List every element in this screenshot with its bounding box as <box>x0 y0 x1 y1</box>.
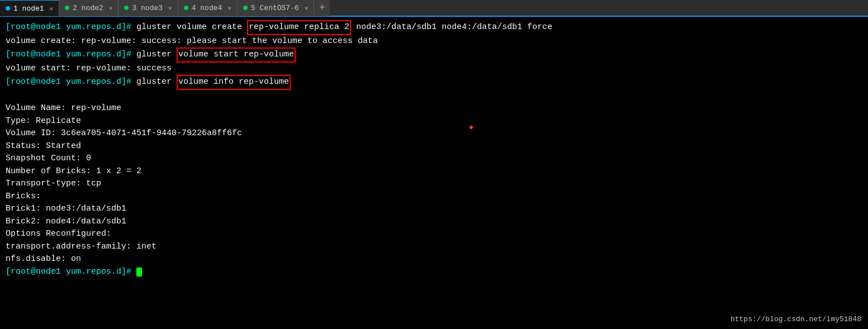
tab-dot-3 <box>124 6 129 10</box>
tab-dot-5 <box>243 6 248 10</box>
terminal-type: Type: Replicate <box>6 115 862 128</box>
terminal-transport: Transport-type: tcp <box>6 178 862 190</box>
tab-dot-4 <box>184 6 188 10</box>
terminal-transport-family: transport.address-family: inet <box>6 241 862 254</box>
tab-node1[interactable]: 1 node1 ✕ <box>0 0 59 16</box>
tab-dot-2 <box>65 6 69 10</box>
tab-label-4: 4 node4 <box>192 4 222 12</box>
tab-centos[interactable]: 5 CentOS7-6 ✕ <box>238 0 314 16</box>
tab-bar: 1 node1 ✕ 2 node2 ✕ 3 node3 ✕ 4 node4 ✕ … <box>0 0 868 17</box>
terminal-line-4: volume start: rep-volume: success <box>6 63 862 75</box>
terminal-line-5: [root@node1 yum.repos.d]# gluster volume… <box>6 75 862 90</box>
terminal-line-1: [root@node1 yum.repos.d]# gluster volume… <box>6 20 862 35</box>
terminal-line-2: volume create: rep-volume: success: plea… <box>6 35 862 48</box>
tab-add-button[interactable]: + <box>314 0 330 16</box>
tab-label-1: 1 node1 <box>13 4 44 13</box>
watermark: https://blog.csdn.net/lmy51848 <box>731 314 861 325</box>
tab-node2[interactable]: 2 node2 ✕ <box>59 0 118 16</box>
tab-dot-1 <box>6 6 10 11</box>
highlight-box-2: volume start rep-volume <box>177 47 296 63</box>
prompt-1: [root@node1 yum.repos.d]# <box>6 22 136 32</box>
terminal-vol-id: Volume ID: 3c6ea705-4071-451f-9440-79226… <box>6 127 862 140</box>
terminal-options: Options Reconfigured: <box>6 228 862 241</box>
terminal-status: Status: Started <box>6 140 862 153</box>
terminal-final-prompt: [root@node1 yum.repos.d]# <box>6 266 862 279</box>
red-dot <box>469 126 473 129</box>
terminal-cursor <box>136 268 142 276</box>
tab-close-3[interactable]: ✕ <box>168 4 172 12</box>
tab-close-5[interactable]: ✕ <box>305 4 309 12</box>
tab-node3[interactable]: 3 node3 ✕ <box>118 0 178 16</box>
terminal-snapshot: Snapshot Count: 0 <box>6 152 862 165</box>
tab-node4[interactable]: 4 node4 ✕ <box>178 0 238 16</box>
terminal-vol-name: Volume Name: rep-volume <box>6 102 862 115</box>
highlight-box-3: volume info rep-volume <box>177 75 291 90</box>
terminal-brick2: Brick2: node4:/data/sdb1 <box>6 216 862 228</box>
prompt-final: [root@node1 yum.repos.d]# <box>6 267 136 276</box>
terminal-bricks-label: Bricks: <box>6 190 862 203</box>
terminal-brick1: Brick1: node3:/data/sdb1 <box>6 203 862 216</box>
terminal: [root@node1 yum.repos.d]# gluster volume… <box>0 17 868 329</box>
tab-label-2: 2 node2 <box>73 4 103 12</box>
terminal-bricks-num: Number of Bricks: 1 x 2 = 2 <box>6 165 862 178</box>
tab-label-5: 5 CentOS7-6 <box>251 4 299 12</box>
tab-close-2[interactable]: ✕ <box>109 4 113 12</box>
tab-label-3: 3 node3 <box>132 4 163 12</box>
tab-close-4[interactable]: ✕ <box>227 4 231 12</box>
prompt-5: [root@node1 yum.repos.d]# <box>6 77 136 87</box>
terminal-line-3: [root@node1 yum.repos.d]# gluster volume… <box>6 47 862 63</box>
highlight-box-1: rep-volume replica 2 <box>247 20 351 35</box>
terminal-nfs: nfs.disable: on <box>6 253 862 266</box>
tab-close-1[interactable]: ✕ <box>50 5 54 12</box>
terminal-blank <box>6 90 862 103</box>
prompt-3: [root@node1 yum.repos.d]# <box>6 50 136 59</box>
